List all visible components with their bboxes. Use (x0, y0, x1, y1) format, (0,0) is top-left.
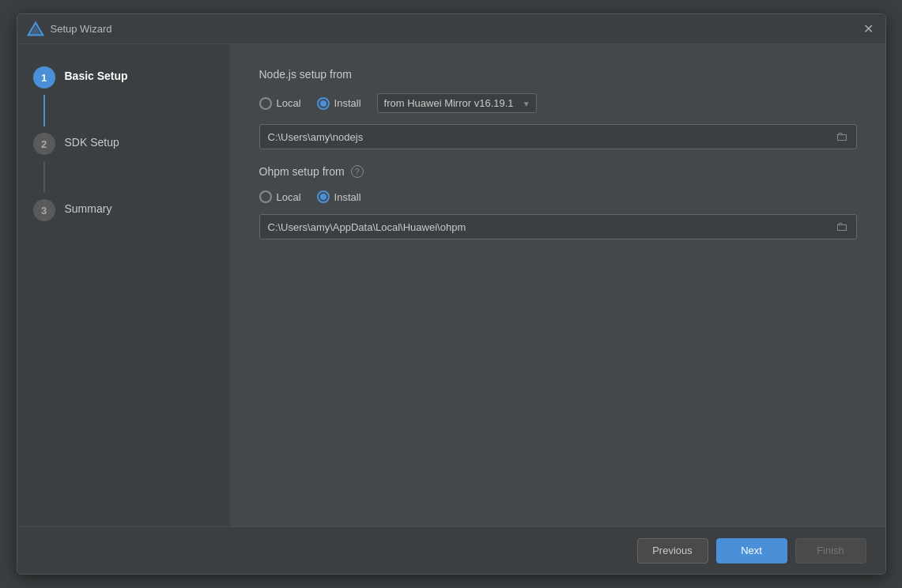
nodejs-section: Node.js setup from Local Install from Hu… (259, 68, 857, 149)
nodejs-install-radio[interactable]: Install (317, 97, 361, 110)
next-button[interactable]: Next (716, 538, 787, 564)
connector-1-2 (43, 95, 45, 126)
nodejs-local-radio-outer (259, 97, 272, 110)
nodejs-path-wrapper: 🗀 (259, 124, 857, 149)
ohpm-local-label: Local (277, 191, 301, 203)
finish-button[interactable]: Finish (795, 538, 866, 564)
ohpm-install-radio-outer (317, 190, 330, 203)
window-title: Setup Wizard (51, 23, 862, 35)
ohpm-local-radio-outer (259, 190, 272, 203)
nodejs-path-input[interactable] (268, 131, 829, 143)
ohpm-section-title: Ohpm setup from (259, 165, 345, 178)
ohpm-install-radio[interactable]: Install (317, 190, 361, 203)
bottom-bar: Previous Next Finish (17, 526, 885, 574)
step-1-circle: 1 (33, 66, 55, 89)
ohpm-help-icon[interactable]: ? (351, 165, 364, 178)
ohpm-install-label: Install (334, 191, 361, 203)
nodejs-section-title: Node.js setup from (259, 68, 857, 81)
nodejs-install-radio-outer (317, 97, 330, 110)
ohpm-path-input[interactable] (268, 221, 829, 233)
ohpm-install-radio-inner (320, 194, 326, 200)
connector-2-3 (43, 161, 45, 193)
nodejs-install-label: Install (334, 97, 361, 109)
step-3-item[interactable]: 3 Summary (17, 193, 230, 228)
titlebar: Setup Wizard ✕ (17, 14, 885, 44)
nodejs-radio-group: Local Install from Huawei Mirror v16.19.… (259, 93, 857, 113)
step-2-label: SDK Setup (65, 133, 119, 149)
step-1-item[interactable]: 1 Basic Setup (17, 60, 230, 95)
app-logo-icon (27, 21, 44, 38)
ohpm-section: Ohpm setup from ? Local Install (259, 165, 857, 239)
previous-button[interactable]: Previous (637, 538, 708, 564)
content-area: 1 Basic Setup 2 SDK Setup 3 Summary (17, 44, 885, 526)
sidebar: 1 Basic Setup 2 SDK Setup 3 Summary (17, 44, 231, 526)
nodejs-local-radio[interactable]: Local (259, 97, 301, 110)
step-2-circle: 2 (33, 133, 55, 155)
step-1-label: Basic Setup (65, 66, 128, 82)
ohpm-path-wrapper: 🗀 (259, 214, 857, 239)
ohpm-radio-group: Local Install (259, 190, 857, 203)
ohpm-section-title-row: Ohpm setup from ? (259, 165, 857, 178)
ohpm-folder-icon[interactable]: 🗀 (829, 220, 848, 234)
nodejs-mirror-dropdown[interactable]: from Huawei Mirror v16.19.1from Official… (377, 93, 537, 113)
step-3-label: Summary (65, 199, 112, 215)
nodejs-install-radio-inner (320, 100, 326, 107)
ohpm-local-radio[interactable]: Local (259, 190, 301, 203)
step-2-item[interactable]: 2 SDK Setup (17, 126, 230, 161)
setup-wizard-window: Setup Wizard ✕ 1 Basic Setup 2 SDK Setup (17, 13, 886, 575)
close-button[interactable]: ✕ (862, 22, 876, 36)
main-panel: Node.js setup from Local Install from Hu… (231, 44, 885, 526)
nodejs-local-label: Local (277, 97, 301, 109)
nodejs-folder-icon[interactable]: 🗀 (829, 130, 848, 144)
nodejs-mirror-dropdown-container: from Huawei Mirror v16.19.1from Official… (377, 93, 537, 113)
step-3-circle: 3 (33, 199, 55, 221)
